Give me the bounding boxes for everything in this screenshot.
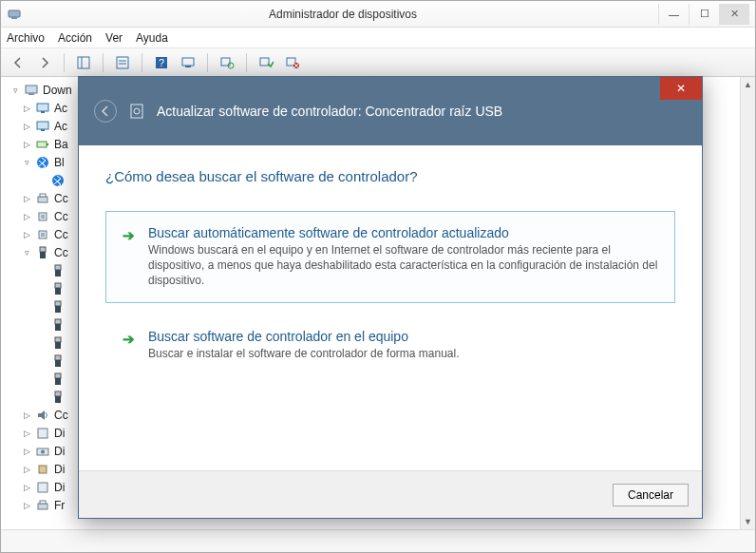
dialog-question: ¿Cómo desea buscar el software de contro…: [105, 168, 675, 184]
svg-rect-20: [37, 104, 48, 111]
update-driver-dialog: ✕ Actualizar software de controlador: Co…: [78, 76, 703, 519]
arrow-right-icon: ➔: [120, 227, 137, 244]
tree-item-label: Ba: [54, 138, 68, 151]
svg-rect-4: [117, 57, 128, 68]
svg-rect-10: [185, 66, 191, 67]
dialog-header: ✕ Actualizar software de controlador: Co…: [79, 77, 702, 145]
tree-expander-icon[interactable]: ▷: [22, 140, 31, 149]
printer-icon: [35, 498, 50, 513]
scroll-up-icon[interactable]: ▲: [741, 77, 755, 92]
svg-rect-58: [40, 501, 46, 504]
usb-icon: [50, 372, 66, 387]
cpu-icon: [35, 227, 50, 242]
svg-rect-1: [11, 17, 17, 19]
dialog-close-button[interactable]: ✕: [660, 77, 702, 100]
svg-point-54: [41, 449, 45, 453]
svg-rect-46: [55, 355, 61, 360]
svg-rect-38: [55, 283, 61, 288]
tree-expander-icon[interactable]: ▿: [22, 248, 31, 257]
tree-expander-icon[interactable]: ▷: [22, 465, 31, 474]
menu-view[interactable]: Ver: [105, 31, 123, 45]
svg-rect-34: [40, 247, 46, 252]
toolbar: ?: [1, 48, 755, 77]
tree-item-label: Fr: [54, 499, 65, 512]
vertical-scrollbar[interactable]: ▲ ▼: [740, 77, 755, 529]
bluetooth-icon: [35, 155, 50, 170]
menubar: Archivo Acción Ver Ayuda: [1, 28, 755, 48]
uninstall-device-button[interactable]: [281, 51, 304, 74]
tree-expander-icon[interactable]: ▷: [22, 104, 31, 113]
tree-item-label: Di: [54, 445, 65, 458]
forward-button[interactable]: [33, 51, 56, 74]
tree-expander-icon[interactable]: ▿: [22, 158, 31, 167]
tree-expander-icon[interactable]: ▷: [22, 410, 31, 420]
tree-item-label: Cc: [54, 246, 68, 259]
speaker-icon: [35, 408, 50, 423]
tree-item-label: Cc: [54, 210, 68, 223]
tree-expander-icon[interactable]: ▷: [22, 212, 31, 221]
statusbar: [1, 529, 755, 552]
dialog-back-button[interactable]: [94, 100, 117, 123]
svg-rect-24: [37, 142, 47, 147]
svg-rect-40: [55, 301, 61, 306]
tree-expander-icon[interactable]: ▷: [22, 447, 31, 456]
tree-expander-icon[interactable]: ▷: [22, 429, 31, 438]
svg-rect-42: [55, 319, 61, 324]
menu-file[interactable]: Archivo: [7, 31, 45, 45]
tree-item-label: Di: [54, 427, 65, 440]
dialog-title: Actualizar software de controlador: Conc…: [157, 104, 502, 119]
option-text: Buscar automáticamente software de contr…: [148, 225, 659, 289]
svg-rect-44: [55, 337, 61, 342]
properties-button[interactable]: [111, 51, 134, 74]
update-driver-button[interactable]: [216, 51, 238, 74]
tree-expander-icon[interactable]: ▿: [10, 86, 20, 95]
svg-rect-18: [26, 86, 37, 93]
svg-rect-50: [55, 391, 61, 396]
app-icon: [7, 7, 22, 22]
driver-disc-icon: [128, 103, 145, 120]
svg-rect-56: [38, 483, 47, 492]
svg-rect-55: [39, 466, 47, 473]
usb-icon: [50, 317, 66, 333]
scroll-down-icon[interactable]: ▼: [741, 514, 755, 529]
back-button[interactable]: [7, 51, 29, 74]
maximize-button[interactable]: ☐: [689, 4, 719, 25]
usb-icon: [35, 245, 50, 260]
arrow-right-icon: ➔: [120, 331, 137, 348]
device-icon: [35, 480, 50, 495]
option-text: Buscar software de controlador en el equ…: [148, 329, 659, 361]
usb-icon: [50, 263, 66, 278]
svg-rect-52: [38, 429, 47, 438]
enable-device-button[interactable]: [255, 51, 277, 74]
scan-changes-button[interactable]: [177, 51, 199, 74]
option-browse-computer[interactable]: ➔ Buscar software de controlador en el e…: [105, 315, 675, 375]
menu-action[interactable]: Acción: [58, 31, 92, 45]
tree-item-label: Cc: [54, 409, 68, 422]
tree-item-label: Cc: [54, 228, 68, 241]
close-button[interactable]: ✕: [719, 4, 749, 25]
show-hide-tree-button[interactable]: [72, 51, 95, 74]
cancel-button[interactable]: Cancelar: [613, 484, 689, 506]
svg-rect-48: [55, 373, 61, 378]
tree-expander-icon[interactable]: ▷: [22, 194, 31, 203]
option-auto-search[interactable]: ➔ Buscar automáticamente software de con…: [105, 211, 675, 303]
svg-point-60: [134, 108, 140, 114]
minimize-button[interactable]: —: [658, 4, 689, 25]
tree-expander-icon[interactable]: ▷: [22, 483, 31, 492]
toolbar-separator: [103, 53, 104, 72]
tree-expander-icon[interactable]: ▷: [22, 122, 31, 131]
tree-item-label: Bl: [54, 156, 65, 169]
svg-rect-2: [78, 57, 89, 68]
chip-icon: [35, 462, 50, 477]
tree-expander-icon[interactable]: ▷: [22, 501, 31, 510]
tree-item-label: Ac: [54, 102, 67, 115]
menu-help[interactable]: Ayuda: [136, 31, 168, 45]
help-button[interactable]: ?: [150, 51, 173, 74]
svg-rect-41: [55, 306, 61, 313]
tree-expander-icon[interactable]: ▷: [22, 230, 31, 239]
window-controls: — ☐ ✕: [658, 4, 749, 25]
svg-rect-36: [55, 265, 61, 270]
toolbar-separator: [246, 53, 247, 72]
tree-item-label: Ac: [54, 120, 67, 133]
camera-icon: [35, 444, 50, 459]
